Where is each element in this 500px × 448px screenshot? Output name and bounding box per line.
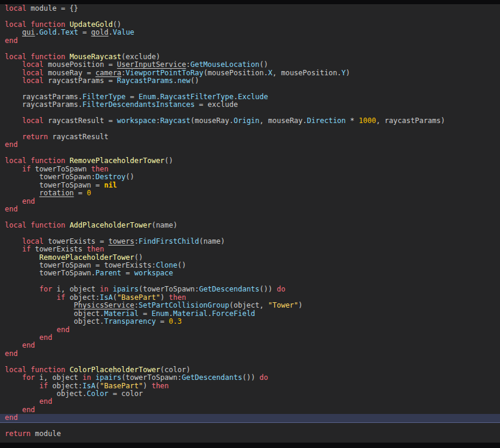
code-line[interactable] [5,213,500,221]
token-t: towerToSpawn. [5,269,96,277]
code-line[interactable]: local module = {} [5,5,500,13]
code-line[interactable]: towerToSpawn = nil [5,182,500,189]
token-t: module = {} [26,4,78,13]
token-t: ) [160,293,168,302]
code-line[interactable]: local function RemovePlaceholderTower() [5,157,500,165]
token-t: (name) [152,221,177,229]
token-k: end [5,36,18,45]
token-k: return [22,133,48,141]
code-line[interactable]: towerToSpawn = towerExists:Clone() [5,262,500,269]
token-p: ForceField [212,309,255,318]
code-line[interactable]: local raycastParams = RaycastParams.new(… [5,77,500,85]
code-line[interactable]: if towerToSpawn then [5,165,500,173]
token-p: Direction [307,116,346,125]
code-line[interactable]: if towerExists then [5,246,500,253]
code-line[interactable]: PhysicsService:SetPartCollisionGroup(obj… [5,302,500,309]
top-bar [0,0,500,4]
token-k: end [57,326,70,334]
token-s: "BasePart" [117,293,160,302]
code-line[interactable] [5,229,500,237]
code-line[interactable]: end [5,205,500,213]
token-t: towerToSpawn = [5,181,104,189]
token-t: object. [5,389,87,398]
token-k: if [57,293,65,302]
code-line[interactable]: local function AddPlaceholderTower(name) [5,222,500,229]
code-line[interactable]: local raycastResult = workspace:Raycast(… [5,117,500,125]
code-line[interactable] [5,85,500,93]
code-line[interactable] [5,13,500,20]
token-t [5,285,39,293]
token-t: towerExists [30,245,87,253]
token-t: = [156,317,169,326]
token-p: Text [61,28,78,36]
code-line[interactable]: for i, object in ipairs(towerToSpawn:Get… [5,374,500,382]
token-t: ()) [242,373,259,382]
token-t [5,326,57,334]
code-line[interactable]: end [5,37,500,45]
code-line[interactable]: raycastParams.FilterDescendantsInstances… [5,101,500,109]
code-line[interactable]: end [5,334,500,342]
code-line[interactable] [5,45,500,53]
token-t: towerToSpawn: [5,173,96,181]
code-line[interactable] [5,125,500,133]
token-fn: UpdateGold [69,20,112,29]
token-p: Transparency [104,317,156,326]
code-line[interactable] [5,278,500,286]
token-t: (exclude) [121,53,160,61]
code-line[interactable]: object.Transparency = 0.3 [5,318,500,326]
code-line[interactable]: local mousePosition = UserInputService:G… [5,61,500,69]
code-line[interactable]: if object:IsA("BasePart") then [5,294,500,302]
code-line[interactable]: end [5,342,500,349]
token-t: object. [5,309,104,318]
token-k: local [22,237,44,246]
token-k: local [5,366,26,374]
token-p: IsA [82,382,96,390]
token-t [5,397,39,406]
code-line[interactable]: end [5,398,500,406]
code-line[interactable]: object.Color = color [5,390,500,398]
code-line[interactable]: local function UpdateGold() [5,21,500,29]
code-area[interactable]: local module = {}local function UpdateGo… [0,4,500,443]
code-line[interactable]: local mouseRay = camera:ViewportPointToR… [5,69,500,77]
code-line[interactable]: rotation = 0 [5,189,500,197]
token-p: GetDescendants [199,285,259,293]
token-t: ) [143,382,151,390]
token-t: (mouseRay. [191,116,234,125]
token-p: GetDescendants [182,373,242,382]
token-u: gold [91,28,109,36]
code-line[interactable]: end [5,141,500,149]
token-n: 0.3 [169,317,182,326]
token-t: towerToSpawn [30,165,91,173]
code-line[interactable]: RemovePlaceholderTower() [5,254,500,262]
token-t: = [139,309,152,318]
code-line[interactable]: gui.Gold.Text = gold.Value [5,29,500,36]
code-line[interactable] [5,149,500,157]
code-line[interactable]: return raycastResult [5,133,500,141]
code-line[interactable]: end [5,406,500,414]
token-t: = [125,93,139,101]
token-t: () [259,60,268,69]
token-u: gui [22,28,35,36]
token-t [5,253,39,262]
code-line[interactable]: local function MouseRaycast(exclude) [5,53,500,61]
token-k: end [5,413,18,422]
code-line[interactable]: local function ColorPlaceholderTower(col… [5,366,500,374]
code-line[interactable]: if object:IsA("BasePart") then [5,382,500,390]
code-line[interactable]: end [5,198,500,205]
code-line[interactable]: raycastParams.FilterType = Enum.RaycastF… [5,93,500,101]
code-line[interactable]: towerToSpawn.Parent = workspace [5,269,500,277]
code-line[interactable]: return module [5,430,500,438]
code-line[interactable] [5,109,500,117]
code-line[interactable]: towerToSpawn:Destroy() [5,173,500,181]
code-line[interactable]: for i, object in ipairs(towerToSpawn:Get… [5,286,500,293]
code-line[interactable]: object.Material = Enum.Material.ForceFie… [5,310,500,318]
code-line-current[interactable]: end [0,414,500,422]
token-t: () [164,157,173,165]
code-line[interactable]: end [5,326,500,334]
code-line[interactable] [5,422,500,430]
token-t: . [108,28,112,36]
code-line[interactable] [5,358,500,366]
code-line[interactable]: end [5,350,500,358]
code-line[interactable]: local towerExists = towers:FindFirstChil… [5,238,500,246]
token-k: end [22,197,35,205]
